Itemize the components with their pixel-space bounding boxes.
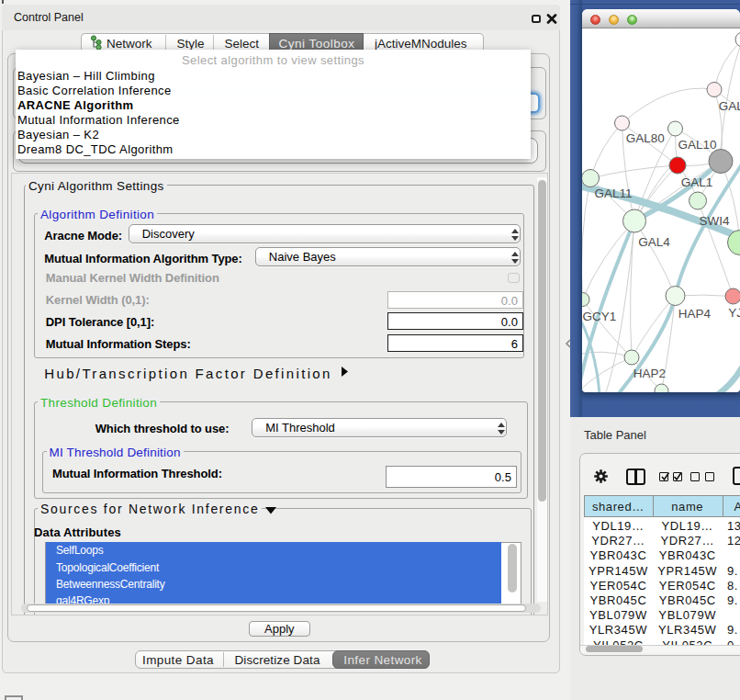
svg-text:GCY1: GCY1 — [582, 310, 616, 323]
svg-text:GAL80: GAL80 — [625, 131, 664, 145]
svg-text:HAP4: HAP4 — [678, 307, 711, 321]
svg-text:GAL1: GAL1 — [680, 175, 712, 189]
svg-text:GAL4: GAL4 — [638, 235, 670, 249]
svg-text:YJL: YJL — [728, 306, 740, 320]
svg-text:GAL11: GAL11 — [594, 186, 632, 200]
svg-text:GAL10: GAL10 — [678, 138, 716, 152]
svg-text:SWI4: SWI4 — [699, 214, 729, 228]
svg-text:HAP2: HAP2 — [633, 367, 665, 380]
svg-text:GAL2: GAL2 — [718, 99, 740, 113]
